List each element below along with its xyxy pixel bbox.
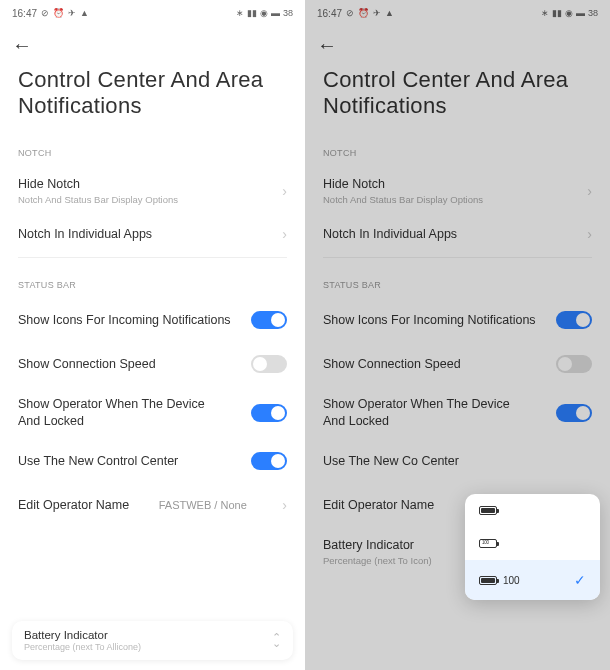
wifi-icon: ◉ [565, 8, 573, 18]
conn-speed-label: Show Connection Speed [18, 356, 156, 372]
chevron-icon: › [587, 183, 592, 199]
battery-filled-icon [479, 506, 497, 515]
row-show-icons[interactable]: Show Icons For Incoming Notifications [305, 298, 610, 342]
popup-pct-label: 100 [503, 575, 520, 586]
battery-pct: 38 [283, 8, 293, 18]
chevron-icon: › [282, 183, 287, 199]
show-operator-toggle[interactable] [556, 404, 592, 422]
row-show-operator[interactable]: Show Operator When The Device And Locked [305, 386, 610, 439]
bluetooth-icon: ∗ [236, 8, 244, 18]
notch-apps-label: Notch In Individual Apps [323, 226, 579, 242]
status-time: 16:47 [317, 8, 342, 19]
telegram-icon: ✈ [373, 8, 381, 18]
dnd-icon: ⊘ [41, 8, 49, 18]
conn-speed-toggle[interactable] [251, 355, 287, 373]
back-button[interactable]: ← [12, 34, 32, 57]
back-row: ← [305, 26, 610, 61]
section-statusbar: STATUS BAR [0, 262, 305, 298]
edit-operator-label: Edit Operator Name [18, 497, 129, 513]
show-icons-toggle[interactable] [251, 311, 287, 329]
section-notch: NOTCH [0, 130, 305, 166]
hide-notch-label: Hide Notch [18, 176, 274, 192]
show-icons-toggle[interactable] [556, 311, 592, 329]
telegram-icon: ✈ [68, 8, 76, 18]
show-icons-label: Show Icons For Incoming Notifications [323, 312, 536, 328]
popup-option-percent-next[interactable]: 100 ✓ [465, 560, 600, 600]
show-icons-label: Show Icons For Incoming Notifications [18, 312, 231, 328]
battery-ind-sub: Percentage (next To Allicone) [24, 642, 141, 652]
row-use-cc[interactable]: Use The New Co Center [305, 439, 610, 483]
notch-apps-label: Notch In Individual Apps [18, 226, 274, 242]
signal-icon: ▮▮ [247, 8, 257, 18]
battery-filled-icon [479, 576, 497, 585]
back-button[interactable]: ← [317, 34, 337, 57]
conn-speed-toggle[interactable] [556, 355, 592, 373]
popup-option-number-inside[interactable] [465, 527, 600, 560]
section-statusbar: STATUS BAR [305, 262, 610, 298]
row-show-icons[interactable]: Show Icons For Incoming Notifications [0, 298, 305, 342]
status-left: 16:47 ⊘ ⏰ ✈ ▲ [12, 8, 89, 19]
section-notch: NOTCH [305, 130, 610, 166]
cloud-icon: ▲ [80, 8, 89, 18]
status-time: 16:47 [12, 8, 37, 19]
status-bar: 16:47 ⊘ ⏰ ✈ ▲ ∗ ▮▮ ◉ ▬ 38 [305, 0, 610, 26]
row-use-cc[interactable]: Use The New Control Center [0, 439, 305, 483]
battery-icon: ▬ [576, 8, 585, 18]
row-hide-notch[interactable]: Hide Notch Notch And Status Bar Display … [305, 166, 610, 216]
divider [18, 257, 287, 258]
status-bar: 16:47 ⊘ ⏰ ✈ ▲ ∗ ▮▮ ◉ ▬ 38 [0, 0, 305, 26]
hide-notch-sub: Notch And Status Bar Display Options [18, 194, 274, 205]
battery-pct: 38 [588, 8, 598, 18]
status-right: ∗ ▮▮ ◉ ▬ 38 [541, 8, 598, 18]
edit-operator-value: FASTWEB / None [159, 499, 247, 511]
battery-indicator-popup: 100 ✓ [465, 494, 600, 600]
row-show-operator[interactable]: Show Operator When The Device And Locked [0, 386, 305, 439]
alarm-icon: ⏰ [358, 8, 369, 18]
row-notch-apps[interactable]: Notch In Individual Apps › [305, 215, 610, 253]
alarm-icon: ⏰ [53, 8, 64, 18]
screen-left: 16:47 ⊘ ⏰ ✈ ▲ ∗ ▮▮ ◉ ▬ 38 ← Control Cent… [0, 0, 305, 670]
use-cc-label: Use The New Control Center [18, 453, 178, 469]
hide-notch-sub: Notch And Status Bar Display Options [323, 194, 579, 205]
page-title: Control Center And Area Notifications [305, 61, 610, 130]
show-operator-label: Show Operator When The Device And Locked [18, 396, 218, 429]
updown-icon: ⌃⌄ [272, 635, 281, 646]
cloud-icon: ▲ [385, 8, 394, 18]
signal-icon: ▮▮ [552, 8, 562, 18]
battery-ind-label: Battery Indicator [24, 629, 141, 641]
hide-notch-label: Hide Notch [323, 176, 579, 192]
row-notch-apps[interactable]: Notch In Individual Apps › [0, 215, 305, 253]
use-cc-toggle[interactable] [251, 452, 287, 470]
popup-option-filled[interactable] [465, 494, 600, 527]
row-edit-operator[interactable]: Edit Operator Name FASTWEB / None › [0, 483, 305, 527]
show-operator-toggle[interactable] [251, 404, 287, 422]
row-conn-speed[interactable]: Show Connection Speed [0, 342, 305, 386]
use-cc-label: Use The New Co Center [323, 453, 459, 469]
status-right: ∗ ▮▮ ◉ ▬ 38 [236, 8, 293, 18]
screen-right: 16:47 ⊘ ⏰ ✈ ▲ ∗ ▮▮ ◉ ▬ 38 ← Control Cent… [305, 0, 610, 670]
dnd-icon: ⊘ [346, 8, 354, 18]
battery-number-icon [479, 539, 497, 548]
check-icon: ✓ [574, 572, 586, 588]
edit-operator-label: Edit Operator Name [323, 497, 434, 513]
chevron-icon: › [282, 226, 287, 242]
conn-speed-label: Show Connection Speed [323, 356, 461, 372]
row-conn-speed[interactable]: Show Connection Speed [305, 342, 610, 386]
bluetooth-icon: ∗ [541, 8, 549, 18]
battery-icon: ▬ [271, 8, 280, 18]
wifi-icon: ◉ [260, 8, 268, 18]
row-hide-notch[interactable]: Hide Notch Notch And Status Bar Display … [0, 166, 305, 216]
page-title: Control Center And Area Notifications [0, 61, 305, 130]
show-operator-label: Show Operator When The Device And Locked [323, 396, 523, 429]
divider [323, 257, 592, 258]
chevron-icon: › [282, 497, 287, 513]
battery-indicator-card[interactable]: Battery Indicator Percentage (next To Al… [12, 621, 293, 660]
status-left: 16:47 ⊘ ⏰ ✈ ▲ [317, 8, 394, 19]
chevron-icon: › [587, 226, 592, 242]
back-row: ← [0, 26, 305, 61]
